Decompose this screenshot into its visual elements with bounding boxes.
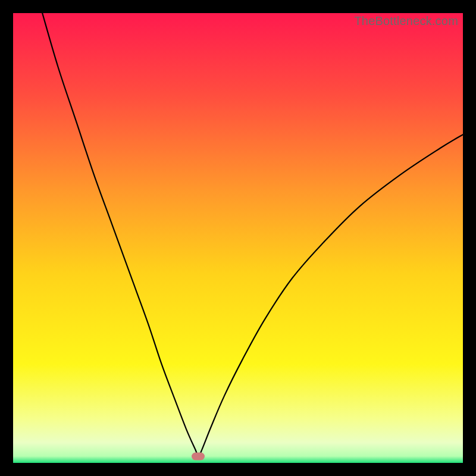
watermark-text: TheBottleneck.com xyxy=(354,14,458,28)
optimal-point-marker xyxy=(192,452,205,460)
bottleneck-plot xyxy=(13,13,463,463)
gradient-background xyxy=(13,13,463,463)
chart-frame: TheBottleneck.com xyxy=(13,13,463,463)
